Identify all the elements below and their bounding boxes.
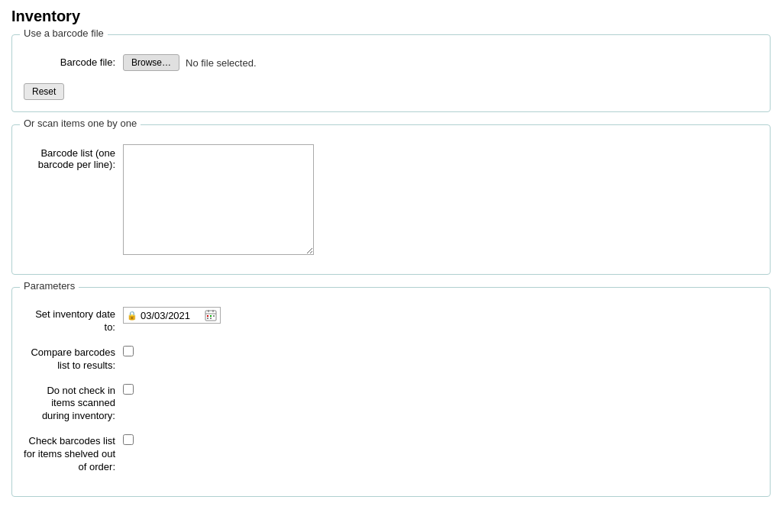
check-barcodes-row: Check barcodes list for items shelved ou… bbox=[24, 434, 758, 474]
inventory-date-row: Set inventory date to: 🔒 bbox=[24, 307, 758, 334]
barcode-list-label: Barcode list (one barcode per line): bbox=[24, 144, 123, 170]
check-barcodes-label: Check barcodes list for items shelved ou… bbox=[24, 434, 123, 474]
scan-section-legend: Or scan items one by one bbox=[20, 118, 141, 129]
barcode-file-row: Barcode file: Browse… No file selected. bbox=[24, 54, 758, 71]
barcode-list-textarea[interactable] bbox=[123, 144, 314, 255]
barcode-file-label: Barcode file: bbox=[24, 54, 123, 68]
date-input-wrapper: 🔒 bbox=[123, 307, 221, 324]
calendar-button[interactable] bbox=[205, 309, 217, 321]
parameters-section: Parameters Set inventory date to: 🔒 bbox=[11, 287, 771, 497]
compare-barcodes-label: Compare barcodes list to results: bbox=[24, 345, 123, 372]
svg-rect-5 bbox=[210, 315, 212, 317]
page-title: Inventory bbox=[11, 8, 771, 25]
inventory-date-label: Set inventory date to: bbox=[24, 307, 123, 334]
do-not-check-label: Do not check in items scanned during inv… bbox=[24, 383, 123, 424]
scan-section: Or scan items one by one Barcode list (o… bbox=[11, 124, 771, 275]
compare-barcodes-checkbox[interactable] bbox=[123, 346, 134, 356]
lock-icon: 🔒 bbox=[127, 311, 137, 321]
browse-button[interactable]: Browse… bbox=[123, 54, 179, 71]
check-barcodes-control bbox=[123, 434, 134, 445]
barcode-file-section: Use a barcode file Barcode file: Browse…… bbox=[11, 34, 771, 112]
compare-barcodes-control bbox=[123, 345, 134, 356]
inventory-date-control: 🔒 bbox=[123, 307, 221, 324]
barcode-file-control: Browse… No file selected. bbox=[123, 54, 257, 71]
barcode-file-legend: Use a barcode file bbox=[20, 27, 108, 39]
do-not-check-checkbox[interactable] bbox=[123, 384, 134, 395]
barcode-list-row: Barcode list (one barcode per line): bbox=[24, 144, 758, 255]
svg-rect-7 bbox=[207, 318, 208, 319]
check-barcodes-checkbox[interactable] bbox=[123, 434, 134, 445]
reset-button[interactable]: Reset bbox=[24, 83, 64, 100]
no-file-text: No file selected. bbox=[186, 57, 257, 69]
svg-rect-8 bbox=[210, 318, 212, 319]
svg-rect-6 bbox=[213, 315, 215, 317]
compare-barcodes-row: Compare barcodes list to results: bbox=[24, 345, 758, 372]
do-not-check-row: Do not check in items scanned during inv… bbox=[24, 383, 758, 424]
svg-rect-4 bbox=[207, 315, 208, 317]
do-not-check-control bbox=[123, 383, 134, 395]
calendar-icon bbox=[205, 309, 217, 321]
barcode-list-control bbox=[123, 144, 314, 255]
inventory-date-input[interactable] bbox=[141, 310, 202, 321]
parameters-legend: Parameters bbox=[20, 280, 79, 292]
